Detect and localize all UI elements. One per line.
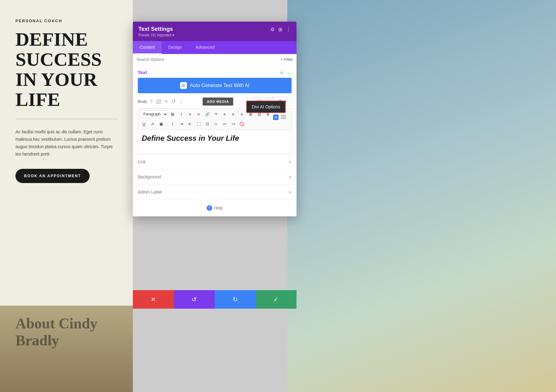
section-more-icon[interactable]: ⋮ [287,69,292,75]
body-help-icon[interactable]: ? [150,99,153,104]
editor-area: Body ? ⬜ ↖ ↺ ⋮ ADD MEDIA Visual Text Par… [133,97,297,154]
panel-header-icons: ⚙ ⊞ ⋮ [270,26,291,32]
underline-btn[interactable]: U [140,120,148,128]
collapsible-sections: Link ∨ Background ∨ Admin Label ∨ [133,154,297,199]
redo-button[interactable]: ↻ [215,290,256,309]
link-chevron-icon: ∨ [289,159,292,164]
ai-generate-button[interactable]: AI Auto Generate Text With AI [138,78,292,93]
fullscreen-btn[interactable]: ⛶ [195,120,203,128]
ai-tooltip-actions: AI ⌧ [270,112,289,122]
grid-icon[interactable]: ⊞ [278,27,282,32]
blockquote-btn[interactable]: ❝ [212,110,220,118]
collapse-icon[interactable]: ∧ [280,69,284,75]
editor-top-left: Body ? ⬜ ↖ ↺ ⋮ [138,99,183,104]
editor-content[interactable]: Define Success in Your Life Divi AI Opti… [138,129,292,154]
align-center-btn[interactable]: ≡ [229,110,237,118]
settings-icon[interactable]: ⚙ [270,27,275,32]
font-color-btn[interactable]: A [149,120,157,128]
tab-content[interactable]: Content [133,41,162,54]
redo2-btn[interactable]: ↪ [229,120,237,128]
page-body-text: Ac facilisi morbi quis ac dis nullam. Eg… [15,128,117,158]
panel-subtitle[interactable]: Preset: H1 imported ▾ [138,33,174,37]
bold-btn[interactable]: B [169,110,177,118]
panel-header: Text Settings Preset: H1 imported ▾ ⚙ ⊞ … [133,22,297,41]
panel-title-group: Text Settings Preset: H1 imported ▾ [138,26,174,37]
page-divider [15,119,117,119]
admin-label-chevron-icon: ∨ [289,190,292,194]
undo-button[interactable]: ↺ [174,290,215,309]
indent-decrease-btn[interactable]: ⇤ [186,120,194,128]
editor-text: Define Success in Your Life [142,134,288,143]
filter-button[interactable]: + Filter [280,57,293,62]
section-controls: ∧ ⋮ [280,69,292,75]
admin-label-section: Admin Label ∨ [133,184,297,199]
panel-search-bar: + Filter [133,54,297,65]
cancel-button[interactable]: ✕ [133,290,174,309]
body-cursor-icon[interactable]: ↖ [165,99,169,104]
panel-title: Text Settings [138,26,174,32]
link-section: Link ∨ [133,154,297,169]
highlight-btn[interactable]: ▣ [157,120,165,128]
ai-badge-icon: AI [180,82,187,89]
add-media-button[interactable]: ADD MEDIA [203,98,233,106]
body-more-icon[interactable]: ⋮ [179,99,183,104]
align-right-btn[interactable]: ≡ [238,110,246,118]
unordered-list-btn[interactable]: ≡ [186,110,194,118]
page-right-panel [287,0,556,392]
background-title: Background [138,174,161,179]
ordered-list-btn[interactable]: ≡ [195,110,203,118]
help-label: Help [214,206,223,211]
emoji-btn[interactable]: ☺ [212,120,220,128]
tab-design[interactable]: Design [162,41,189,54]
special-char-btn[interactable]: Ω [203,120,211,128]
ai-options-label: Divi AI Options [252,104,280,109]
body-undo-icon[interactable]: ↺ [172,99,176,104]
book-appointment-button[interactable]: BOOK AN APPOINTMENT [15,169,90,183]
admin-label-section-header[interactable]: Admin Label ∨ [133,185,297,199]
page-bottom-section: About Cindy Bradly [0,306,133,392]
save-button[interactable]: ✓ [256,290,297,309]
body-mobile-icon[interactable]: ⬜ [156,99,162,104]
ai-small-icon[interactable]: AI [273,115,279,120]
text-section-title: Text [138,70,147,75]
background-section: Background ∨ [133,169,297,184]
paragraph-select[interactable]: Paragraph [140,111,168,118]
grass-decoration [287,0,556,392]
background-section-header[interactable]: Background ∨ [133,169,297,184]
toolbar-separator [167,121,167,127]
link-btn[interactable]: 🔗 [203,110,211,118]
link-title: Link [138,159,146,164]
text-section-header: Text ∧ ⋮ [133,65,297,78]
background-chevron-icon: ∨ [289,174,292,179]
panel-tabs: Content Design Advanced [133,41,297,54]
tab-advanced[interactable]: Advanced [189,41,221,54]
panel-help: ? Help [133,199,297,216]
action-bar: ✕ ↺ ↻ ✓ [133,290,297,309]
toolbar-row-2: U A ▣ I ⇥ ⇤ ⛶ Ω ☺ ↩ ↪ 🚫 [140,120,289,128]
italic-btn[interactable]: I [177,110,185,118]
undo2-btn[interactable]: ↩ [221,120,229,128]
ai-action-icon[interactable]: ⌧ [280,114,286,120]
indent-increase-btn[interactable]: ⇥ [177,120,185,128]
italic2-btn[interactable]: I [169,120,177,128]
more-options-icon[interactable]: ⋮ [286,27,291,32]
block-btn[interactable]: 🚫 [238,120,246,128]
about-heading: About Cindy Bradly [15,315,117,349]
help-icon[interactable]: ? [207,205,212,211]
ai-options-tooltip[interactable]: Divi AI Options [246,101,286,113]
text-settings-panel: Text Settings Preset: H1 imported ▾ ⚙ ⊞ … [133,22,297,216]
admin-label-title: Admin Label [138,190,162,194]
link-section-header[interactable]: Link ∨ [133,154,297,169]
body-label: Body [138,99,147,104]
ai-button-label: Auto Generate Text With AI [190,83,250,88]
page-label: PERSONAL COACH [15,19,117,23]
page-heading: DEFINE SUCCESS IN YOUR LIFE [15,29,117,110]
search-input[interactable] [137,57,278,62]
align-left-btn[interactable]: ≡ [221,110,229,118]
